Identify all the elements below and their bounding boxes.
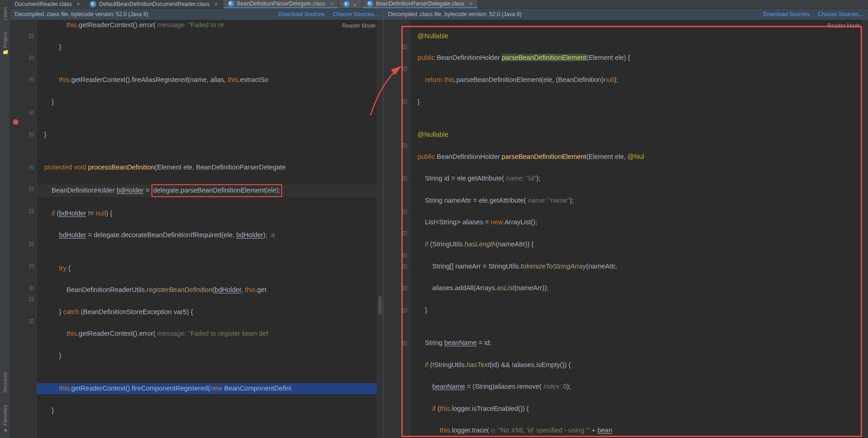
- tool-tab-favorites[interactable]: ★Favorites: [1, 400, 9, 438]
- fold-marker[interactable]: −: [403, 99, 407, 104]
- star-icon: ★: [2, 427, 8, 433]
- close-icon[interactable]: ×: [214, 0, 218, 8]
- left-gutter[interactable]: − − − − − − − − − − − − −: [10, 20, 37, 438]
- class-icon: [90, 1, 96, 7]
- left-tool-window-bar: Learn 📁Project Structure ★Favorites: [0, 0, 10, 438]
- tab-bean-def-parser-delegate[interactable]: BeanDefinitionParserDelegate.class×: [223, 0, 339, 8]
- tool-tab-learn[interactable]: Learn: [1, 3, 9, 25]
- project-icon: 📁: [2, 50, 8, 56]
- close-icon[interactable]: ×: [76, 0, 80, 8]
- tab-bean-def-parser-delegate-right[interactable]: BeanDefinitionParserDelegate.class×: [362, 0, 478, 8]
- fold-marker[interactable]: −: [29, 165, 34, 169]
- fold-marker[interactable]: −: [29, 319, 34, 323]
- close-icon[interactable]: ×: [330, 0, 334, 7]
- tool-tab-project[interactable]: 📁Project: [1, 28, 9, 60]
- fold-marker[interactable]: −: [403, 210, 407, 214]
- fold-marker[interactable]: −: [403, 286, 407, 290]
- choose-sources-link[interactable]: Choose Sources...: [333, 11, 378, 18]
- fold-marker[interactable]: −: [403, 341, 407, 345]
- chevron-down-icon: ⌄: [353, 1, 357, 7]
- editor-tabs-row: DocumentReader.class× DefaultBeanDefinit…: [10, 0, 868, 9]
- right-gutter-stripe[interactable]: [376, 20, 383, 438]
- class-icon: [343, 1, 350, 7]
- right-code[interactable]: @Nullable public BeanDefinitionHolder pa…: [410, 20, 862, 438]
- decompiled-text: Decompiled .class file, bytecode version…: [15, 11, 148, 18]
- fold-marker[interactable]: −: [29, 187, 34, 191]
- more-tabs-button[interactable]: ⌄: [339, 0, 362, 8]
- download-sources-link[interactable]: Download Sources: [764, 11, 810, 18]
- fold-marker[interactable]: −: [403, 144, 407, 148]
- fold-marker[interactable]: −: [29, 209, 34, 213]
- breakpoint-icon[interactable]: [13, 119, 18, 125]
- fold-marker[interactable]: −: [403, 231, 407, 235]
- fold-marker[interactable]: −: [403, 264, 407, 269]
- decompiled-info-bar-right: Decompiled .class file, bytecode version…: [383, 9, 868, 20]
- left-code-area[interactable]: − − − − − − − − − − − − − this.getReader…: [10, 20, 383, 438]
- close-icon[interactable]: ×: [469, 0, 473, 7]
- fold-marker[interactable]: −: [29, 56, 34, 60]
- fold-marker[interactable]: −: [29, 132, 34, 136]
- right-code-area[interactable]: − − − − − − − − − − − − @Nullable public…: [383, 20, 868, 438]
- fold-marker[interactable]: −: [29, 242, 34, 246]
- split-editor: Decompiled .class file, bytecode version…: [10, 9, 868, 438]
- editor-pane-left: Decompiled .class file, bytecode version…: [10, 9, 383, 438]
- highlighted-call-box: delegate.parseBeanDefinitionElement(ele)…: [151, 184, 282, 197]
- fold-marker[interactable]: −: [403, 45, 407, 49]
- right-gutter[interactable]: − − − − − − − − − − − −: [383, 20, 410, 438]
- download-sources-link[interactable]: Download Sources: [278, 11, 325, 18]
- editor-area: DocumentReader.class× DefaultBeanDefinit…: [10, 0, 868, 438]
- choose-sources-link[interactable]: Choose Sources...: [818, 11, 863, 18]
- tab-document-reader[interactable]: DocumentReader.class×: [10, 0, 85, 8]
- fold-marker[interactable]: −: [29, 286, 34, 290]
- fold-marker[interactable]: −: [29, 264, 34, 268]
- editor-pane-right: Decompiled .class file, bytecode version…: [383, 9, 868, 438]
- scrollbar-thumb[interactable]: [378, 296, 382, 315]
- tool-tab-structure[interactable]: Structure: [1, 368, 9, 397]
- left-code[interactable]: this.getReaderContext().error( message: …: [37, 20, 376, 438]
- fold-marker[interactable]: −: [403, 253, 407, 257]
- fold-marker[interactable]: −: [29, 111, 34, 115]
- fold-marker[interactable]: −: [403, 176, 407, 181]
- fold-marker[interactable]: −: [29, 297, 34, 301]
- fold-marker[interactable]: −: [29, 34, 34, 38]
- reader-mode-label[interactable]: Reader Mode: [342, 23, 376, 29]
- reader-mode-label[interactable]: Reader Mode: [827, 23, 861, 29]
- class-icon: [228, 0, 234, 7]
- decompiled-info-bar: Decompiled .class file, bytecode version…: [10, 9, 383, 20]
- decompiled-text: Decompiled .class file, bytecode version…: [388, 11, 521, 18]
- tab-default-bean-def-reader[interactable]: DefaultBeanDefinitionDocumentReader.clas…: [85, 0, 223, 8]
- class-icon: [367, 0, 373, 7]
- right-gutter-stripe[interactable]: [862, 20, 868, 438]
- fold-marker[interactable]: −: [403, 67, 407, 71]
- fold-marker[interactable]: −: [29, 77, 34, 82]
- fold-marker[interactable]: −: [403, 308, 407, 312]
